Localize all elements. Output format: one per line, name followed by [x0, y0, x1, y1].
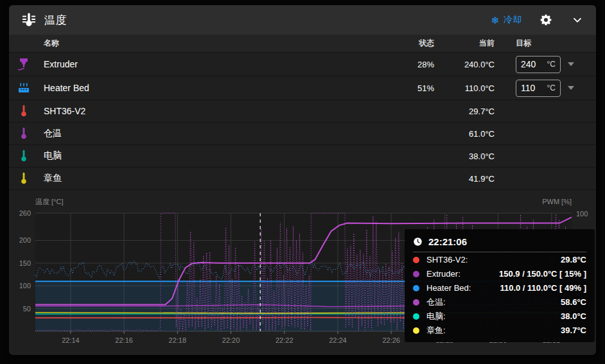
tooltip-row: 章鱼:39.7°C: [413, 324, 586, 337]
sensor-current: 38.0°C: [434, 152, 495, 161]
extruder-target-input[interactable]: 240 °C: [516, 56, 561, 73]
svg-text:22:18: 22:18: [169, 336, 187, 344]
series-dot: [413, 257, 419, 263]
tooltip-time: 22:21:06: [428, 236, 467, 247]
col-current: 当前: [434, 38, 495, 49]
svg-text:100: 100: [19, 282, 31, 290]
svg-text:PWM [%]: PWM [%]: [542, 198, 572, 205]
sensor-name: 仓温: [39, 128, 357, 139]
table-row-zhangyu: 章鱼 41.9°C: [9, 168, 596, 190]
svg-text:22:20: 22:20: [222, 336, 240, 344]
col-status: 状态: [357, 38, 434, 49]
series-dot: [413, 271, 419, 277]
svg-text:200: 200: [19, 236, 31, 244]
panel-title: 温度: [44, 13, 67, 28]
tooltip-row: 仓温:58.6°C: [413, 295, 586, 309]
thermometer-icon: [17, 126, 31, 141]
svg-text:22:22: 22:22: [276, 336, 294, 344]
heater-current: 110.0°C: [434, 83, 495, 93]
heater-power: 28%: [357, 60, 434, 69]
svg-text:温度 [°C]: 温度 [°C]: [35, 198, 64, 205]
cooling-button[interactable]: ❄ 冷却: [491, 14, 522, 26]
sensor-current: 41.9°C: [434, 174, 495, 184]
table-header: 名称 状态 当前 目标: [9, 35, 596, 53]
heater-bed-presets-dropdown-icon[interactable]: [568, 86, 574, 90]
tooltip-row: SHT36-V2:29.8°C: [413, 253, 586, 266]
collapse-button[interactable]: [570, 13, 584, 27]
heater-name: Heater Bed: [39, 83, 357, 93]
heater-bed-target-input[interactable]: 110 °C: [516, 80, 561, 97]
table-row-heater-bed: Heater Bed 51% 110.0°C 110 °C: [9, 76, 596, 100]
series-dot: [413, 299, 419, 306]
tooltip-row: 电脑:38.0°C: [413, 309, 586, 323]
panel-toolbar: 温度 ❄ 冷却: [9, 5, 596, 35]
target-unit: °C: [547, 83, 556, 92]
svg-text:22:14: 22:14: [62, 336, 80, 344]
svg-text:50: 50: [23, 305, 31, 313]
nozzle-icon: [16, 56, 31, 72]
tooltip-row: Heater Bed:110.0 / 110.0°C [ 49% ]: [413, 281, 586, 295]
svg-text:22:26: 22:26: [382, 336, 400, 344]
tooltip-row: Extruder:150.9 / 150.0°C [ 15% ]: [413, 267, 586, 281]
heater-name: Extruder: [39, 59, 357, 69]
target-value: 110: [521, 83, 535, 93]
sensor-name: SHT36-V2: [39, 106, 357, 116]
col-target: 目标: [495, 38, 596, 49]
thermometer-icon: [17, 104, 31, 118]
target-value: 240: [521, 59, 536, 69]
extruder-presets-dropdown-icon[interactable]: [568, 62, 574, 66]
table-row-sht36: SHT36-V2 29.7°C: [9, 100, 596, 123]
chart-tooltip: 22:21:06 SHT36-V2:29.8°C Extruder:150.9 …: [405, 229, 595, 342]
col-name: 名称: [39, 38, 357, 49]
sensor-name: 电脑: [39, 150, 357, 162]
temperature-panel: 温度 ❄ 冷却 名称 状态 当前 目标: [9, 5, 596, 355]
heater-power: 51%: [357, 83, 434, 93]
table-row-diannao: 电脑 38.0°C: [9, 145, 596, 168]
clock-icon: [413, 237, 423, 247]
series-dot: [413, 285, 419, 291]
table-row-extruder: Extruder 28% 240.0°C 240 °C: [9, 53, 596, 76]
chevron-down-icon: [571, 13, 584, 26]
cooling-label: 冷却: [504, 14, 522, 26]
series-dot: [413, 313, 419, 320]
thermometer-lines-icon: [21, 12, 37, 28]
heater-current: 240.0°C: [434, 60, 495, 69]
svg-text:150: 150: [19, 259, 31, 267]
target-unit: °C: [547, 60, 556, 69]
svg-text:22:24: 22:24: [329, 336, 347, 344]
snowflake-icon: ❄: [491, 15, 499, 25]
sensor-name: 章鱼: [39, 173, 357, 184]
svg-text:260: 260: [19, 209, 31, 217]
sensor-current: 61.0°C: [434, 129, 495, 139]
svg-text:22:16: 22:16: [115, 336, 133, 344]
thermometer-icon: [17, 149, 31, 163]
radiator-icon: [16, 80, 31, 96]
sensor-current: 29.7°C: [434, 107, 495, 116]
table-row-cangwen: 仓温 61.0°C: [9, 123, 596, 145]
gear-icon: [539, 13, 552, 26]
settings-button[interactable]: [539, 13, 553, 27]
thermometer-icon: [17, 171, 31, 186]
svg-text:100: 100: [576, 210, 588, 218]
series-dot: [413, 327, 419, 334]
